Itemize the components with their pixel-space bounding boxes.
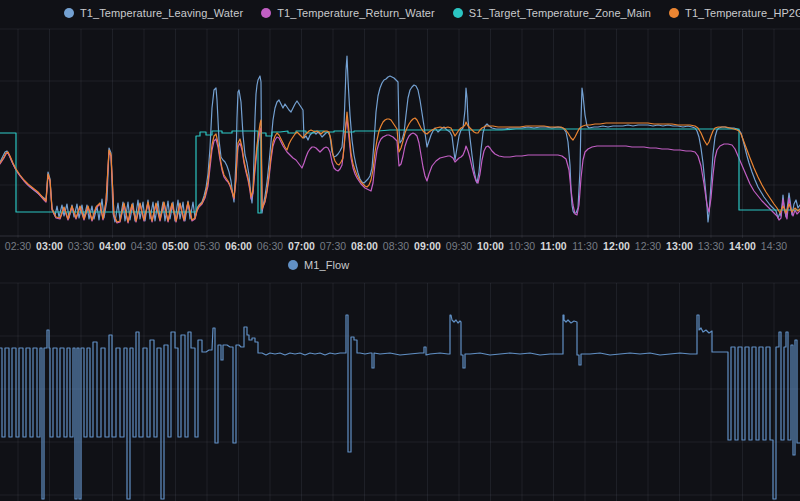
x-axis-label: 12:00 [603, 240, 630, 252]
legend-label: T1_Temperature_Leaving_Water [80, 7, 243, 19]
x-axis-label: 09:30 [446, 240, 472, 252]
x-axis-label: 06:30 [257, 240, 283, 252]
x-axis-label: 10:30 [509, 240, 535, 252]
x-axis-label: 12:30 [635, 240, 661, 252]
x-axis-label: 14:00 [729, 240, 756, 252]
x-axis-label: 07:30 [320, 240, 346, 252]
legend-item-S1_Target_Temperature_Zone_Main[interactable]: S1_Target_Temperature_Zone_Main [453, 7, 651, 19]
x-axis-label: 10:00 [477, 240, 504, 252]
legend-label: M1_Flow [304, 259, 349, 271]
series-color-dot-icon [64, 8, 74, 18]
series-color-dot-icon [288, 260, 298, 270]
x-axis-label: 07:00 [288, 240, 315, 252]
x-axis-label: 05:30 [194, 240, 220, 252]
legend-item-M1_Flow[interactable]: M1_Flow [288, 259, 349, 271]
flow-chart-plot[interactable] [0, 280, 800, 501]
x-axis-label: 06:00 [225, 240, 252, 252]
series-color-dot-icon [453, 8, 463, 18]
legend-label: T1_Temperature_HP2Gas_Water [685, 7, 800, 19]
legend-item-T1_Temperature_Return_Water[interactable]: T1_Temperature_Return_Water [261, 7, 435, 19]
x-axis-label: 08:30 [383, 240, 409, 252]
dashboard: T1_Temperature_Leaving_WaterT1_Temperatu… [0, 0, 800, 501]
x-axis-label: 11:00 [540, 240, 566, 252]
x-axis-label: 04:30 [131, 240, 157, 252]
legend-label: T1_Temperature_Return_Water [277, 7, 435, 19]
x-axis-label: 09:00 [414, 240, 441, 252]
x-axis-label: 13:30 [698, 240, 724, 252]
temps-legend: T1_Temperature_Leaving_WaterT1_Temperatu… [64, 7, 800, 19]
legend-item-T1_Temperature_Leaving_Water[interactable]: T1_Temperature_Leaving_Water [64, 7, 243, 19]
x-axis-label: 08:00 [351, 240, 378, 252]
x-axis-label: 03:00 [36, 240, 63, 252]
x-axis-label: 11:30 [572, 240, 598, 252]
series-color-dot-icon [669, 8, 679, 18]
legend-label: S1_Target_Temperature_Zone_Main [469, 7, 651, 19]
x-axis-label: 04:00 [99, 240, 126, 252]
time-axis: 02:3003:0003:3004:0004:3005:0005:3006:00… [0, 240, 800, 254]
x-axis-label: 02:30 [5, 240, 31, 252]
x-axis-label: 13:00 [666, 240, 693, 252]
series-color-dot-icon [261, 8, 271, 18]
x-axis-label: 05:00 [162, 240, 189, 252]
x-axis-label: 14:30 [761, 240, 787, 252]
flow-legend: M1_Flow [288, 259, 349, 271]
temperature-chart-plot[interactable] [0, 26, 800, 238]
x-axis-label: 03:30 [68, 240, 94, 252]
legend-item-T1_Temperature_HP2Gas_Water[interactable]: T1_Temperature_HP2Gas_Water [669, 7, 800, 19]
